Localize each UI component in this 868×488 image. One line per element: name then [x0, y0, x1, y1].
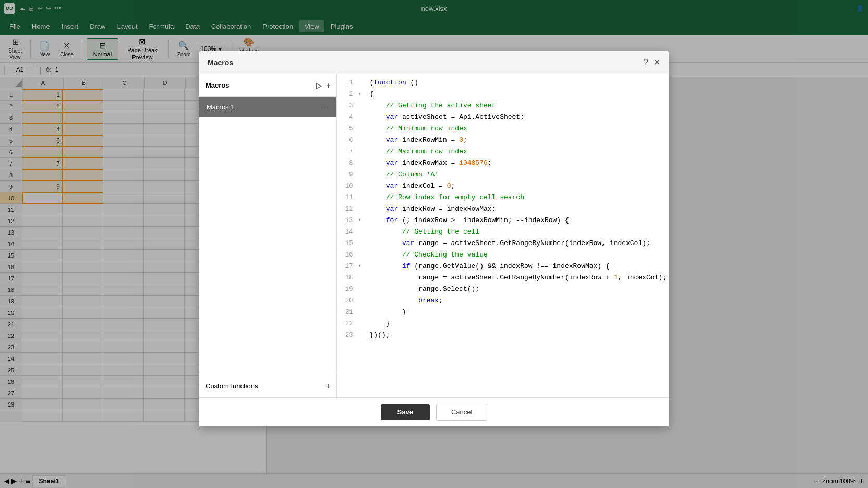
- code-line-2: 2 ▾ {: [337, 90, 669, 101]
- modal-title: Macros: [208, 58, 233, 67]
- custom-functions-header: Custom functions +: [199, 374, 336, 397]
- macros-play-icon[interactable]: ▷: [316, 81, 322, 90]
- macros-section-header: Macros ▷ +: [199, 74, 336, 97]
- modal-overlay[interactable]: Macros ? ✕ Macros ▷ + Macros 1: [0, 0, 868, 488]
- code-line-9: 9 // Column 'A': [337, 170, 669, 181]
- modal-help-button[interactable]: ?: [644, 58, 648, 67]
- code-line-11: 11 // Row index for empty cell search: [337, 193, 669, 204]
- code-line-23: 23 })();: [337, 331, 669, 342]
- code-line-7: 7 // Maximum row index: [337, 147, 669, 158]
- code-line-12: 12 var indexRow = indexRowMax;: [337, 204, 669, 216]
- code-editor[interactable]: 1 (function () 2 ▾ { 3 // Gettin: [337, 74, 669, 397]
- code-line-15: 15 var range = activeSheet.GetRangeByNum…: [337, 239, 669, 250]
- modal-footer: Save Cancel: [199, 397, 669, 426]
- custom-functions-add-icon[interactable]: +: [326, 382, 330, 390]
- code-line-8: 8 var indexRowMax = 1048576;: [337, 158, 669, 170]
- macro-item-name: Macros 1: [207, 103, 234, 111]
- code-line-18: 18 range = activeSheet.GetRangeByNumber(…: [337, 273, 669, 285]
- macro-list-spacer: [199, 117, 336, 374]
- modal-close-button[interactable]: ✕: [654, 57, 660, 67]
- code-line-5: 5 // Minimum row index: [337, 124, 669, 136]
- macros-header-actions: ▷ +: [316, 81, 330, 90]
- code-line-20: 20 break;: [337, 296, 669, 308]
- code-line-13: 13 ▾ for (; indexRow >= indexRowMin; --i…: [337, 216, 669, 227]
- modal-header-actions: ? ✕: [644, 57, 660, 67]
- modal-header: Macros ? ✕: [199, 51, 669, 74]
- code-line-21: 21 }: [337, 308, 669, 319]
- code-line-19: 19 range.Select();: [337, 285, 669, 296]
- macros-modal: Macros ? ✕ Macros ▷ + Macros 1: [199, 51, 669, 426]
- code-line-14: 14 // Getting the cell: [337, 227, 669, 239]
- macro-item-menu-icon[interactable]: ⋯: [321, 102, 329, 112]
- code-line-6: 6 var indexRowMin = 0;: [337, 136, 669, 147]
- cancel-button[interactable]: Cancel: [436, 404, 487, 421]
- code-line-10: 10 var indexCol = 0;: [337, 181, 669, 193]
- code-line-22: 22 }: [337, 319, 669, 331]
- macros-add-icon[interactable]: +: [326, 81, 330, 90]
- custom-functions-label: Custom functions: [206, 382, 258, 390]
- modal-left-panel: Macros ▷ + Macros 1 ⋯ Custom functions: [199, 74, 337, 397]
- code-line-17: 17 ▾ if (range.GetValue() && indexRow !=…: [337, 262, 669, 273]
- code-line-1: 1 (function (): [337, 78, 669, 90]
- macro-list-item-macros1[interactable]: Macros 1 ⋯: [199, 97, 336, 117]
- code-line-4: 4 var activeSheet = Api.ActiveSheet;: [337, 113, 669, 124]
- code-line-3: 3 // Getting the active sheet: [337, 101, 669, 113]
- save-button[interactable]: Save: [381, 404, 430, 420]
- code-line-16: 16 // Checking the value: [337, 250, 669, 262]
- macros-section-label: Macros: [206, 81, 230, 89]
- modal-right-panel: 1 (function () 2 ▾ { 3 // Gettin: [337, 74, 669, 397]
- modal-body: Macros ▷ + Macros 1 ⋯ Custom functions: [199, 74, 669, 397]
